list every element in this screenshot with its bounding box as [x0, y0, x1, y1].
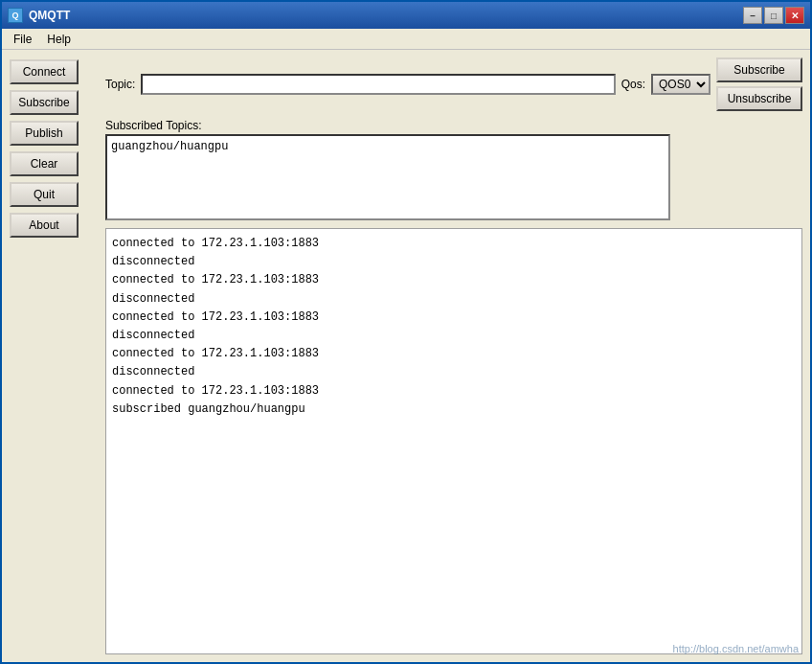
log-line: connected to 172.23.1.103:1883	[112, 382, 796, 401]
unsubscribe-button[interactable]: Unsubscribe	[716, 86, 802, 111]
topic-input[interactable]	[141, 74, 615, 95]
qos-select[interactable]: QOS0 QOS1 QOS2	[651, 74, 710, 95]
log-area: connected to 172.23.1.103:1883disconnect…	[105, 228, 802, 654]
close-button[interactable]: ✕	[785, 7, 804, 24]
window-title: QMQTT	[29, 9, 70, 22]
subscribed-topics-label: Subscribed Topics:	[105, 119, 802, 132]
connect-button[interactable]: Connect	[10, 59, 79, 84]
minimize-button[interactable]: –	[743, 7, 762, 24]
quit-button[interactable]: Quit	[10, 182, 79, 207]
clear-button[interactable]: Clear	[10, 151, 79, 176]
title-bar-left: Q QMQTT	[8, 8, 70, 23]
topic-row: Topic: Qos: QOS0 QOS1 QOS2 Subscribe Uns…	[105, 57, 802, 111]
menu-bar: File Help	[2, 29, 810, 50]
menu-help[interactable]: Help	[39, 31, 79, 48]
subscribed-topics-box: guangzhou/huangpu	[105, 134, 670, 220]
log-line: connected to 172.23.1.103:1883	[112, 235, 796, 253]
topic-entry-0: guangzhou/huangpu	[111, 140, 665, 153]
log-line: connected to 172.23.1.103:1883	[112, 309, 796, 327]
log-line: connected to 172.23.1.103:1883	[112, 271, 796, 289]
publish-button[interactable]: Publish	[10, 121, 79, 146]
sidebar: Connect Subscribe Publish Clear Quit Abo…	[2, 50, 98, 662]
log-line: disconnected	[112, 327, 796, 345]
right-panel: Topic: Qos: QOS0 QOS1 QOS2 Subscribe Uns…	[98, 50, 810, 662]
app-icon: Q	[8, 8, 23, 23]
log-line: disconnected	[112, 363, 796, 381]
qos-label: Qos:	[621, 78, 645, 91]
subscribe-right-button[interactable]: Subscribe	[716, 57, 802, 82]
menu-file[interactable]: File	[6, 31, 39, 48]
maximize-button[interactable]: □	[764, 7, 783, 24]
log-line: disconnected	[112, 290, 796, 309]
topic-label: Topic:	[105, 78, 135, 91]
log-line: subscribed guangzhou/huangpu	[112, 401, 796, 419]
main-window: Q QMQTT – □ ✕ File Help Connect Subscrib…	[0, 0, 812, 664]
watermark: http://blog.csdn.net/amwha	[673, 643, 799, 654]
log-line: connected to 172.23.1.103:1883	[112, 345, 796, 363]
subscribe-sidebar-button[interactable]: Subscribe	[10, 90, 79, 115]
log-line: disconnected	[112, 253, 796, 271]
main-content: Connect Subscribe Publish Clear Quit Abo…	[2, 50, 810, 662]
about-button[interactable]: About	[10, 213, 79, 238]
title-bar-buttons: – □ ✕	[743, 7, 804, 24]
subscribed-section: Subscribed Topics: guangzhou/huangpu	[105, 119, 802, 220]
subscribe-unsubscribe-col: Subscribe Unsubscribe	[716, 57, 802, 111]
title-bar: Q QMQTT – □ ✕	[2, 2, 810, 29]
